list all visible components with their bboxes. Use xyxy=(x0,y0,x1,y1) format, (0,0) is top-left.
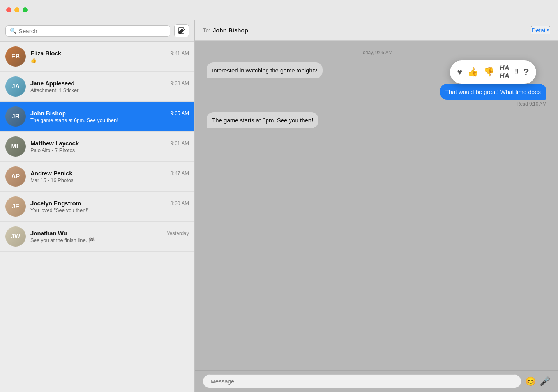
message-text-part1: The game xyxy=(212,117,240,124)
conv-info-john-bishop: John Bishop9:05 AMThe game starts at 6pm… xyxy=(30,110,189,123)
avatar-jocelyn-engstrom: JE xyxy=(5,196,26,217)
conv-info-jonathan-wu: Jonathan WuYesterdaySee you at the finis… xyxy=(30,230,189,243)
message-row: Interested in watching the game tonight? xyxy=(207,62,323,78)
conv-preview-andrew-penick: Mar 15 - 16 Photos xyxy=(30,177,189,183)
avatar-jonathan-wu: JW xyxy=(5,226,26,247)
tapback-popup: ♥ 👍 👎 HAHA !! ? xyxy=(450,60,536,84)
read-receipt: Read 9:10 AM xyxy=(517,101,546,107)
chat-header-to: To: John Bishop xyxy=(203,27,248,34)
conv-time-matthew-laycock: 9:01 AM xyxy=(170,140,189,146)
conv-time-jane-appleseed: 9:38 AM xyxy=(170,80,189,86)
conv-preview-jonathan-wu: See you at the finish line. 🏁 xyxy=(30,237,189,243)
date-divider: Today, 9:05 AM xyxy=(207,50,546,55)
chat-input-area: 😊 🎤 xyxy=(195,370,558,392)
message-text: Interested in watching the game tonight? xyxy=(212,67,317,74)
message-input[interactable] xyxy=(203,374,521,388)
to-name: John Bishop xyxy=(213,27,248,34)
conversation-item-jonathan-wu[interactable]: JWJonathan WuYesterdaySee you at the fin… xyxy=(0,222,194,252)
message-text-outgoing: That would be great! What time does xyxy=(445,88,541,95)
avatar-john-bishop: JB xyxy=(5,106,26,127)
emoji-icon[interactable]: 😊 xyxy=(525,376,536,387)
message-with-tapback: ♥ 👍 👎 HAHA !! ? That would be great! Wha… xyxy=(440,84,546,100)
message-text-part3: . See you then! xyxy=(274,117,313,124)
conversation-item-jane-appleseed[interactable]: JAJane Appleseed9:38 AMAttachment: 1 Sti… xyxy=(0,72,194,102)
message-bubble-outgoing[interactable]: That would be great! What time does xyxy=(440,84,546,100)
conv-name-andrew-penick: Andrew Penick xyxy=(30,170,72,177)
conv-info-jocelyn-engstrom: Jocelyn Engstrom8:30 AMYou loved "See yo… xyxy=(30,200,189,213)
conv-time-jocelyn-engstrom: 8:30 AM xyxy=(170,200,189,206)
conv-info-andrew-penick: Andrew Penick8:47 AMMar 15 - 16 Photos xyxy=(30,170,189,183)
tapback-question[interactable]: ? xyxy=(523,67,529,78)
title-bar xyxy=(0,0,558,20)
message-bubble[interactable]: Interested in watching the game tonight? xyxy=(207,62,323,78)
conv-preview-john-bishop: The game starts at 6pm. See you then! xyxy=(30,117,189,123)
conversation-list: EBEliza Block9:41 AM👍JAJane Appleseed9:3… xyxy=(0,42,194,392)
maximize-button[interactable] xyxy=(23,7,28,12)
search-icon: 🔍 xyxy=(10,28,16,34)
conv-time-jonathan-wu: Yesterday xyxy=(167,230,189,236)
search-input[interactable] xyxy=(19,28,166,34)
compose-icon xyxy=(178,27,185,34)
avatar-matthew-laycock: ML xyxy=(5,136,26,157)
avatar-jane-appleseed: JA xyxy=(5,76,26,97)
to-label: To: xyxy=(203,27,210,34)
search-bar[interactable]: 🔍 xyxy=(5,25,170,37)
conv-name-john-bishop: John Bishop xyxy=(30,110,66,117)
message-bubble-incoming-2[interactable]: The game starts at 6pm. See you then! xyxy=(207,112,318,128)
minimize-button[interactable] xyxy=(14,7,19,12)
sidebar: 🔍 EBEliza Block9:41 AM👍JAJane Appleseed9… xyxy=(0,20,195,392)
chat-messages: Today, 9:05 AM Interested in watching th… xyxy=(195,41,558,370)
conv-preview-matthew-laycock: Palo Alto - 7 Photos xyxy=(30,147,189,153)
tapback-thumbsup[interactable]: 👍 xyxy=(468,67,478,77)
conv-preview-jocelyn-engstrom: You loved "See you then!" xyxy=(30,207,189,213)
conversation-item-matthew-laycock[interactable]: MLMatthew Laycock9:01 AMPalo Alto - 7 Ph… xyxy=(0,132,194,162)
avatar-eliza-block: EB xyxy=(5,46,26,67)
conv-name-eliza-block: Eliza Block xyxy=(30,50,61,57)
message-text-part2: starts at 6pm xyxy=(240,117,274,124)
details-button[interactable]: Details xyxy=(531,26,550,34)
message-row-outgoing: ♥ 👍 👎 HAHA !! ? That would be great! Wha… xyxy=(440,84,546,107)
conversation-item-jocelyn-engstrom[interactable]: JEJocelyn Engstrom8:30 AMYou loved "See … xyxy=(0,192,194,222)
chat-header: To: John Bishop Details xyxy=(195,20,558,41)
tapback-haha[interactable]: HAHA xyxy=(500,64,509,80)
app-body: 🔍 EBEliza Block9:41 AM👍JAJane Appleseed9… xyxy=(0,20,558,392)
conv-info-jane-appleseed: Jane Appleseed9:38 AMAttachment: 1 Stick… xyxy=(30,80,189,93)
message-row-incoming-2: The game starts at 6pm. See you then! xyxy=(207,112,318,128)
chat-area: To: John Bishop Details Today, 9:05 AM I… xyxy=(195,20,558,392)
conv-preview-jane-appleseed: Attachment: 1 Sticker xyxy=(30,87,189,93)
window-controls xyxy=(6,7,28,12)
compose-button[interactable] xyxy=(174,24,189,37)
conv-info-matthew-laycock: Matthew Laycock9:01 AMPalo Alto - 7 Phot… xyxy=(30,140,189,153)
conv-name-jane-appleseed: Jane Appleseed xyxy=(30,80,75,87)
conversation-item-eliza-block[interactable]: EBEliza Block9:41 AM👍 xyxy=(0,42,194,72)
close-button[interactable] xyxy=(6,7,11,12)
conv-name-jocelyn-engstrom: Jocelyn Engstrom xyxy=(30,200,81,207)
conv-name-matthew-laycock: Matthew Laycock xyxy=(30,140,79,147)
sidebar-toolbar: 🔍 xyxy=(0,20,194,42)
conversation-item-john-bishop[interactable]: JBJohn Bishop9:05 AMThe game starts at 6… xyxy=(0,102,194,132)
conv-time-eliza-block: 9:41 AM xyxy=(170,50,189,56)
conv-time-john-bishop: 9:05 AM xyxy=(170,110,189,116)
tapback-heart[interactable]: ♥ xyxy=(457,67,462,77)
conv-time-andrew-penick: 8:47 AM xyxy=(170,170,189,176)
avatar-andrew-penick: AP xyxy=(5,166,26,187)
conv-preview-eliza-block: 👍 xyxy=(30,57,189,63)
conv-name-jonathan-wu: Jonathan Wu xyxy=(30,230,67,237)
tapback-thumbsdown[interactable]: 👎 xyxy=(484,67,494,77)
conv-info-eliza-block: Eliza Block9:41 AM👍 xyxy=(30,50,189,63)
conversation-item-andrew-penick[interactable]: APAndrew Penick8:47 AMMar 15 - 16 Photos xyxy=(0,162,194,192)
microphone-icon[interactable]: 🎤 xyxy=(540,376,550,387)
tapback-exclamation[interactable]: !! xyxy=(515,68,518,76)
